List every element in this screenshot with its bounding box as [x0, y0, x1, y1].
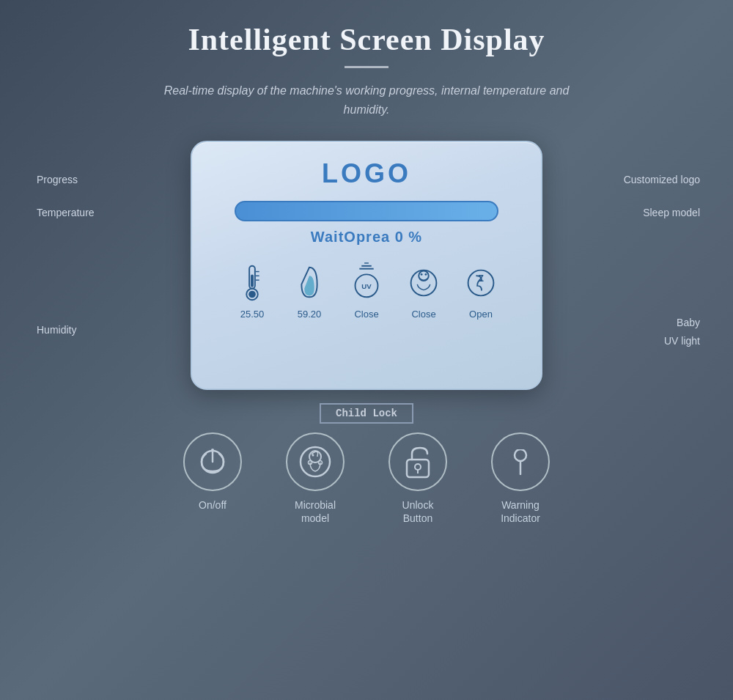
label-baby: Baby: [677, 317, 700, 328]
svg-point-22: [312, 454, 314, 456]
label-progress: Progress: [37, 174, 78, 185]
buttons-section: Child Lock On/off: [73, 403, 660, 525]
power-button-item: On/off: [183, 432, 242, 512]
svg-point-29: [515, 449, 526, 461]
progress-bar: [235, 201, 498, 221]
humidity-icon: [291, 262, 328, 304]
svg-point-23: [317, 455, 318, 457]
warning-indicator-item: Warning Indicator: [491, 432, 550, 525]
header-section: Intelligent Screen Display Real-time dis…: [147, 0, 586, 119]
sleep-icon: Z: [463, 262, 499, 304]
thermometer-icon: [234, 262, 270, 304]
warning-indicator: [491, 432, 550, 491]
label-customized-logo: Customized logo: [624, 174, 700, 185]
unlock-button-item: Unlock Button: [388, 432, 447, 525]
unlock-icon: [399, 442, 436, 482]
sleep-value: Open: [469, 309, 493, 320]
label-humidity: Humidity: [37, 324, 76, 336]
wait-text: WaitOprea 0 %: [311, 229, 422, 246]
uv-icon: UV: [348, 262, 385, 304]
label-uv-light: UV light: [664, 335, 700, 347]
svg-rect-26: [407, 460, 429, 477]
svg-point-12: [411, 270, 437, 296]
screen-logo: LOGO: [322, 158, 411, 189]
label-temperature: Temperature: [37, 207, 95, 218]
display-section: Progress Temperature Humidity Customized…: [15, 141, 718, 390]
icons-row: 25.50 59.20 UV: [234, 262, 499, 320]
unlock-button[interactable]: [388, 432, 447, 491]
svg-text:UV: UV: [361, 282, 372, 290]
unlock-label: Unlock Button: [402, 498, 434, 525]
microbial-button[interactable]: [286, 432, 345, 491]
subtitle: Real-time display of the machine's worki…: [147, 81, 586, 119]
thermometer-item: 25.50: [234, 262, 270, 320]
warning-label: Warning Indicator: [501, 498, 540, 525]
svg-text:Z: Z: [478, 273, 484, 284]
progress-bar-fill: [236, 202, 249, 220]
sleep-item: Z Open: [463, 262, 499, 320]
humidity-item: 59.20: [291, 262, 328, 320]
thermometer-value: 25.50: [240, 309, 265, 320]
baby-icon: [405, 262, 442, 304]
svg-point-14: [421, 273, 423, 276]
svg-point-27: [415, 464, 421, 470]
svg-point-15: [424, 273, 427, 276]
svg-point-3: [248, 291, 256, 298]
microbial-icon: [295, 442, 336, 482]
page-wrapper: Intelligent Screen Display Real-time dis…: [0, 0, 733, 700]
warning-icon: [509, 449, 531, 475]
power-icon: [194, 443, 231, 480]
microbial-button-item: Microbial model: [286, 432, 345, 525]
page-title: Intelligent Screen Display: [147, 22, 586, 57]
humidity-value: 59.20: [298, 309, 322, 320]
uv-item: UV Close: [348, 262, 385, 320]
baby-value: Close: [411, 309, 435, 320]
power-button[interactable]: [183, 432, 242, 491]
screen-card: LOGO WaitOprea 0 %: [191, 141, 542, 390]
microbial-label: Microbial model: [295, 498, 336, 525]
baby-item: Close: [405, 262, 442, 320]
svg-point-19: [211, 449, 214, 452]
buttons-row: On/off Microbial model: [183, 432, 550, 525]
power-label: On/off: [199, 498, 226, 512]
svg-rect-1: [251, 275, 254, 287]
label-sleep-model: Sleep model: [643, 207, 700, 218]
child-lock-label: Child Lock: [320, 403, 413, 424]
uv-value: Close: [354, 309, 378, 320]
title-divider: [345, 66, 388, 68]
